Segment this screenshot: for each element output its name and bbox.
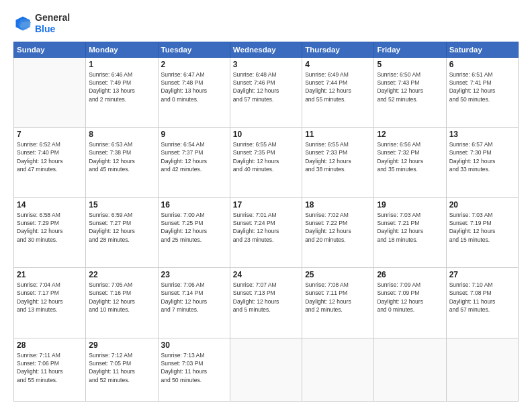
calendar-cell: 14Sunrise: 6:58 AM Sunset: 7:29 PM Dayli…	[14, 197, 86, 268]
day-info: Sunrise: 7:02 AM Sunset: 7:22 PM Dayligh…	[305, 211, 371, 244]
weekday-header-wednesday: Wednesday	[230, 42, 302, 57]
day-number: 17	[233, 200, 299, 210]
day-info: Sunrise: 6:47 AM Sunset: 7:48 PM Dayligh…	[161, 71, 227, 103]
logo: General Blue	[13, 12, 70, 35]
calendar-cell	[14, 57, 86, 128]
calendar-cell: 12Sunrise: 6:56 AM Sunset: 7:32 PM Dayli…	[374, 128, 446, 198]
calendar-cell: 30Sunrise: 7:13 AM Sunset: 7:03 PM Dayli…	[158, 338, 230, 401]
header: General Blue	[13, 12, 519, 35]
weekday-header-sunday: Sunday	[14, 42, 86, 57]
day-info: Sunrise: 7:07 AM Sunset: 7:13 PM Dayligh…	[233, 281, 299, 314]
day-info: Sunrise: 6:49 AM Sunset: 7:44 PM Dayligh…	[305, 71, 371, 103]
calendar-cell	[374, 338, 446, 401]
calendar-cell: 11Sunrise: 6:55 AM Sunset: 7:33 PM Dayli…	[302, 128, 374, 198]
calendar-week-row: 7Sunrise: 6:52 AM Sunset: 7:40 PM Daylig…	[14, 128, 519, 198]
calendar-cell: 23Sunrise: 7:06 AM Sunset: 7:14 PM Dayli…	[158, 268, 230, 338]
day-info: Sunrise: 6:52 AM Sunset: 7:40 PM Dayligh…	[17, 140, 83, 173]
calendar-week-row: 21Sunrise: 7:04 AM Sunset: 7:17 PM Dayli…	[14, 268, 519, 338]
day-number: 23	[161, 270, 227, 279]
day-info: Sunrise: 7:11 AM Sunset: 7:06 PM Dayligh…	[17, 351, 83, 384]
day-number: 4	[305, 60, 371, 69]
calendar-cell: 6Sunrise: 6:51 AM Sunset: 7:41 PM Daylig…	[446, 57, 518, 128]
calendar-week-row: 28Sunrise: 7:11 AM Sunset: 7:06 PM Dayli…	[14, 338, 519, 401]
day-number: 8	[89, 130, 154, 139]
day-info: Sunrise: 6:48 AM Sunset: 7:46 PM Dayligh…	[233, 71, 299, 103]
calendar-cell: 4Sunrise: 6:49 AM Sunset: 7:44 PM Daylig…	[302, 57, 374, 128]
calendar-cell: 10Sunrise: 6:55 AM Sunset: 7:35 PM Dayli…	[230, 128, 302, 198]
day-info: Sunrise: 6:46 AM Sunset: 7:49 PM Dayligh…	[89, 71, 154, 103]
day-number: 30	[161, 340, 227, 350]
calendar-week-row: 14Sunrise: 6:58 AM Sunset: 7:29 PM Dayli…	[14, 197, 519, 268]
day-number: 28	[17, 340, 83, 350]
weekday-header-monday: Monday	[86, 42, 158, 57]
calendar-table: SundayMondayTuesdayWednesdayThursdayFrid…	[13, 42, 519, 402]
calendar-cell: 29Sunrise: 7:12 AM Sunset: 7:05 PM Dayli…	[86, 338, 158, 401]
logo-text: General Blue	[35, 12, 70, 35]
weekday-header-saturday: Saturday	[446, 42, 518, 57]
calendar-week-row: 1Sunrise: 6:46 AM Sunset: 7:49 PM Daylig…	[14, 57, 519, 128]
logo-icon	[13, 14, 32, 33]
calendar-cell: 17Sunrise: 7:01 AM Sunset: 7:24 PM Dayli…	[230, 197, 302, 268]
day-number: 29	[89, 340, 154, 350]
day-info: Sunrise: 6:51 AM Sunset: 7:41 PM Dayligh…	[449, 71, 515, 103]
page: General Blue SundayMondayTuesdayWednesda…	[0, 0, 532, 411]
calendar-cell: 21Sunrise: 7:04 AM Sunset: 7:17 PM Dayli…	[14, 268, 86, 338]
day-info: Sunrise: 6:58 AM Sunset: 7:29 PM Dayligh…	[17, 211, 83, 244]
calendar-cell: 7Sunrise: 6:52 AM Sunset: 7:40 PM Daylig…	[14, 128, 86, 198]
calendar-cell: 5Sunrise: 6:50 AM Sunset: 7:43 PM Daylig…	[374, 57, 446, 128]
day-info: Sunrise: 7:03 AM Sunset: 7:21 PM Dayligh…	[377, 211, 443, 244]
day-info: Sunrise: 6:55 AM Sunset: 7:35 PM Dayligh…	[233, 140, 299, 173]
calendar-cell: 27Sunrise: 7:10 AM Sunset: 7:08 PM Dayli…	[446, 268, 518, 338]
calendar-cell	[446, 338, 518, 401]
day-number: 15	[89, 200, 154, 210]
day-number: 12	[377, 130, 443, 139]
day-number: 27	[449, 270, 515, 279]
day-info: Sunrise: 7:03 AM Sunset: 7:19 PM Dayligh…	[449, 211, 515, 244]
calendar-cell: 19Sunrise: 7:03 AM Sunset: 7:21 PM Dayli…	[374, 197, 446, 268]
day-info: Sunrise: 7:08 AM Sunset: 7:11 PM Dayligh…	[305, 281, 371, 314]
day-number: 26	[377, 270, 443, 279]
day-number: 10	[233, 130, 299, 139]
calendar-cell: 2Sunrise: 6:47 AM Sunset: 7:48 PM Daylig…	[158, 57, 230, 128]
calendar-cell: 1Sunrise: 6:46 AM Sunset: 7:49 PM Daylig…	[86, 57, 158, 128]
day-info: Sunrise: 6:59 AM Sunset: 7:27 PM Dayligh…	[89, 211, 154, 244]
day-info: Sunrise: 6:56 AM Sunset: 7:32 PM Dayligh…	[377, 140, 443, 173]
day-number: 1	[89, 60, 154, 69]
day-number: 20	[449, 200, 515, 210]
calendar-cell: 26Sunrise: 7:09 AM Sunset: 7:09 PM Dayli…	[374, 268, 446, 338]
calendar-cell: 28Sunrise: 7:11 AM Sunset: 7:06 PM Dayli…	[14, 338, 86, 401]
day-number: 21	[17, 270, 83, 279]
day-number: 19	[377, 200, 443, 210]
day-info: Sunrise: 7:06 AM Sunset: 7:14 PM Dayligh…	[161, 281, 227, 314]
day-number: 9	[161, 130, 227, 139]
day-number: 16	[161, 200, 227, 210]
calendar-header-row: SundayMondayTuesdayWednesdayThursdayFrid…	[14, 42, 519, 57]
weekday-header-thursday: Thursday	[302, 42, 374, 57]
calendar-cell: 20Sunrise: 7:03 AM Sunset: 7:19 PM Dayli…	[446, 197, 518, 268]
calendar-cell	[302, 338, 374, 401]
day-info: Sunrise: 7:10 AM Sunset: 7:08 PM Dayligh…	[449, 281, 515, 314]
day-info: Sunrise: 6:53 AM Sunset: 7:38 PM Dayligh…	[89, 140, 154, 173]
weekday-header-tuesday: Tuesday	[158, 42, 230, 57]
day-number: 11	[305, 130, 371, 139]
calendar-cell: 13Sunrise: 6:57 AM Sunset: 7:30 PM Dayli…	[446, 128, 518, 198]
day-number: 3	[233, 60, 299, 69]
day-number: 25	[305, 270, 371, 279]
day-info: Sunrise: 7:12 AM Sunset: 7:05 PM Dayligh…	[89, 351, 154, 384]
day-info: Sunrise: 7:13 AM Sunset: 7:03 PM Dayligh…	[161, 351, 227, 384]
calendar-cell: 24Sunrise: 7:07 AM Sunset: 7:13 PM Dayli…	[230, 268, 302, 338]
calendar-cell: 22Sunrise: 7:05 AM Sunset: 7:16 PM Dayli…	[86, 268, 158, 338]
day-info: Sunrise: 6:55 AM Sunset: 7:33 PM Dayligh…	[305, 140, 371, 173]
calendar-cell: 8Sunrise: 6:53 AM Sunset: 7:38 PM Daylig…	[86, 128, 158, 198]
day-number: 5	[377, 60, 443, 69]
day-info: Sunrise: 7:05 AM Sunset: 7:16 PM Dayligh…	[89, 281, 154, 314]
calendar-cell: 25Sunrise: 7:08 AM Sunset: 7:11 PM Dayli…	[302, 268, 374, 338]
day-number: 6	[449, 60, 515, 69]
calendar-cell: 9Sunrise: 6:54 AM Sunset: 7:37 PM Daylig…	[158, 128, 230, 198]
day-info: Sunrise: 6:50 AM Sunset: 7:43 PM Dayligh…	[377, 71, 443, 103]
calendar-cell: 15Sunrise: 6:59 AM Sunset: 7:27 PM Dayli…	[86, 197, 158, 268]
day-info: Sunrise: 7:01 AM Sunset: 7:24 PM Dayligh…	[233, 211, 299, 244]
day-number: 18	[305, 200, 371, 210]
calendar-cell: 3Sunrise: 6:48 AM Sunset: 7:46 PM Daylig…	[230, 57, 302, 128]
calendar-cell: 16Sunrise: 7:00 AM Sunset: 7:25 PM Dayli…	[158, 197, 230, 268]
